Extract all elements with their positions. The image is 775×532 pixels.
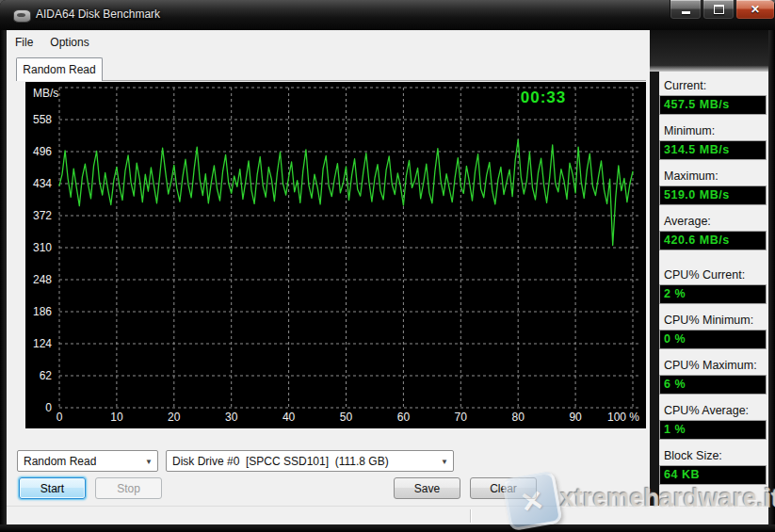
window-border-bottom (0, 524, 775, 532)
stat-label-block-size: Block Size: (664, 449, 722, 462)
window-border-right (768, 30, 775, 532)
stat-value-cpu-average: 1 % (659, 420, 767, 440)
benchmark-chart-svg: 0621241862483103724344965580102030405060… (25, 82, 646, 428)
elapsed-time-readout: 00:33 (496, 89, 590, 107)
close-icon: ✕ (751, 3, 760, 16)
menu-options[interactable]: Options (41, 33, 97, 52)
status-bar (7, 506, 768, 524)
svg-text:20: 20 (168, 411, 181, 424)
stat-value-average: 420.6 MB/s (659, 231, 767, 250)
svg-text:124: 124 (33, 337, 52, 350)
stat-label-minimum: Minimum: (664, 124, 715, 137)
svg-text:558: 558 (33, 113, 52, 126)
maximize-icon (714, 5, 724, 14)
panel-divider-groove (650, 72, 659, 506)
svg-text:90: 90 (569, 411, 582, 424)
maximize-button[interactable] (702, 0, 735, 20)
stat-label-maximum: Maximum: (664, 169, 718, 183)
titlebar[interactable]: AIDA64 Disk Benchmark ✕ (0, 0, 775, 30)
svg-text:50: 50 (340, 411, 353, 424)
svg-text:80: 80 (512, 411, 525, 424)
stat-label-cpu-minimum: CPU% Minimum: (664, 314, 753, 327)
svg-text:186: 186 (33, 305, 52, 318)
svg-text:100 %: 100 % (607, 411, 639, 424)
stat-label-cpu-average: CPU% Average: (664, 404, 749, 417)
stat-value-maximum: 519.0 MB/s (659, 185, 767, 205)
chevron-down-icon: ▼ (441, 458, 448, 466)
disk-drive-value: Disk Drive #0 [SPCC SSD101] (111.8 GB) (167, 455, 389, 468)
tab-random-read[interactable]: Random Read (16, 57, 103, 81)
svg-text:310: 310 (33, 241, 52, 254)
window-title: AIDA64 Disk Benchmark (36, 8, 160, 21)
benchmark-type-select[interactable]: Random Read ▼ (17, 450, 158, 472)
titlebar-right-extension (650, 30, 768, 72)
stat-label-current: Current: (664, 79, 706, 92)
svg-text:0: 0 (57, 411, 63, 424)
stat-value-cpu-current: 2 % (659, 284, 767, 304)
disk-drive-select[interactable]: Disk Drive #0 [SPCC SSD101] (111.8 GB) ▼ (166, 450, 454, 472)
stat-label-average: Average: (664, 215, 711, 228)
stat-value-block-size: 64 KB (659, 465, 767, 485)
status-bar-separator (470, 509, 471, 523)
aida64-disk-benchmark-window: AIDA64 Disk Benchmark ✕ File Options Ran… (0, 0, 775, 532)
svg-text:10: 10 (110, 411, 123, 424)
svg-text:496: 496 (33, 145, 52, 158)
svg-text:248: 248 (33, 273, 52, 286)
stat-value-minimum: 314.5 MB/s (659, 140, 767, 160)
close-button[interactable]: ✕ (735, 0, 775, 20)
menubar: File Options (7, 31, 650, 53)
stop-button[interactable]: Stop (95, 477, 162, 499)
stat-label-cpu-maximum: CPU% Maximum: (664, 359, 757, 372)
window-controls: ✕ (670, 0, 775, 20)
svg-text:70: 70 (455, 411, 468, 424)
svg-text:434: 434 (33, 177, 52, 190)
svg-text:60: 60 (397, 411, 411, 424)
minimize-button[interactable] (670, 0, 702, 20)
stat-value-cpu-maximum: 6 % (659, 375, 767, 395)
svg-text:30: 30 (225, 411, 238, 424)
stat-value-cpu-minimum: 0 % (659, 330, 767, 349)
save-button[interactable]: Save (394, 477, 460, 499)
tab-page-border (16, 80, 646, 81)
svg-text:40: 40 (283, 411, 296, 424)
benchmark-type-value: Random Read (18, 455, 96, 468)
minimize-icon (682, 11, 690, 14)
stat-label-cpu-current: CPU% Current: (664, 268, 745, 282)
menu-file[interactable]: File (7, 33, 41, 52)
svg-text:372: 372 (33, 209, 52, 222)
chart-y-axis-unit-label: MB/s (33, 87, 58, 100)
benchmark-chart: 0621241862483103724344965580102030405060… (25, 82, 646, 428)
app-disk-icon (13, 9, 31, 23)
svg-text:62: 62 (40, 369, 53, 382)
svg-text:0: 0 (45, 401, 52, 414)
chevron-down-icon: ▼ (145, 458, 153, 466)
start-button[interactable]: Start (19, 477, 86, 499)
window-border-left (0, 30, 7, 532)
stat-value-current: 457.5 MB/s (659, 95, 767, 115)
clear-button[interactable]: Clear (470, 477, 537, 499)
